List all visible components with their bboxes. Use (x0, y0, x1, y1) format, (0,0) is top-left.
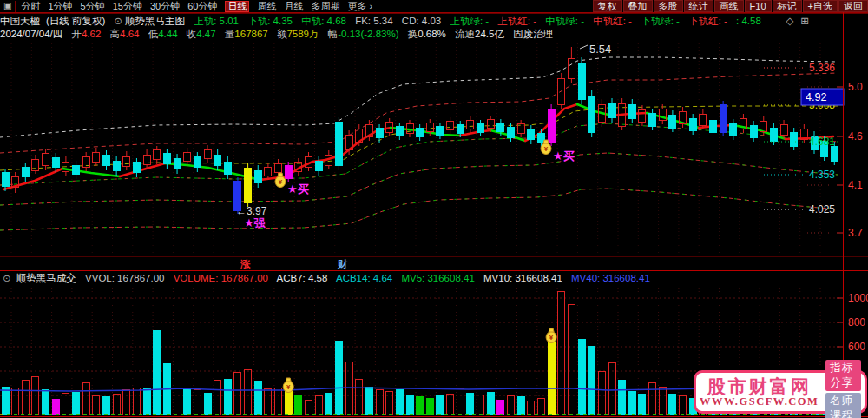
toolbar-underline (0, 12, 868, 13)
trend-segment-down (62, 169, 120, 176)
volume-bar (254, 381, 261, 415)
volume-bar (589, 346, 595, 415)
watermark-badge-indicator-share: 指标分享 (825, 360, 861, 391)
tab-fenshi[interactable]: 分时 (21, 0, 40, 12)
indicator-field: 下轨绿: - (641, 16, 680, 26)
candlestick (457, 124, 464, 133)
volume-bar (528, 401, 535, 415)
volume-bar (326, 393, 332, 415)
fuquan-button[interactable]: 复权 (593, 0, 622, 12)
mark-button[interactable]: 标记 (773, 0, 802, 12)
volume-bar (386, 391, 393, 415)
price-axis-line (843, 12, 844, 417)
candlestick (224, 162, 231, 174)
candlestick (285, 165, 292, 178)
volume-bar (73, 392, 80, 415)
overlay-button[interactable]: 叠加 (623, 0, 653, 12)
candlestick (103, 155, 110, 165)
candlestick (93, 152, 100, 162)
candlestick (123, 156, 130, 166)
volume-bar (123, 389, 130, 415)
volume-bar (487, 392, 494, 415)
candlestick (43, 153, 49, 165)
low-label: 低 (148, 29, 159, 39)
sector-tag[interactable]: 固废治理 (513, 29, 553, 39)
stats-button[interactable]: 统计 (684, 0, 713, 12)
main-indicator-name[interactable]: 顺势黑马主图 (125, 16, 185, 26)
band-line-outer-lower (0, 189, 838, 230)
volume-indicator-name[interactable]: 顺势黑马成交 (16, 273, 76, 283)
tab-daily-active[interactable]: 日线 (225, 1, 249, 12)
tab-more[interactable]: 更多 › (347, 0, 372, 12)
candlestick (376, 128, 383, 137)
volume-bar (558, 291, 565, 415)
strong-signal-label: ★强 (244, 216, 266, 229)
draw-line-button[interactable]: 画线 (714, 0, 744, 12)
indicator-field: 上轨红: - (497, 16, 536, 26)
candlestick (194, 156, 201, 167)
multi-stock-button[interactable]: 多股 (654, 0, 683, 12)
tab-multi-period[interactable]: 多周期 (311, 0, 339, 12)
volume-bar (154, 330, 161, 415)
high-value: 4.64 (120, 29, 139, 39)
high-label: 高 (110, 29, 121, 39)
outer-axis-label: 5.0 (848, 81, 863, 93)
volume-bar (669, 394, 676, 415)
volume-bar (417, 396, 424, 415)
last-price-value: 4.92 (806, 91, 826, 103)
candlestick (437, 126, 444, 135)
window-layout-icon[interactable]: ▣ (3, 0, 11, 12)
tab-60min[interactable]: 60分钟 (187, 0, 217, 12)
indicator-field: MV10: 316608.41 (483, 273, 562, 283)
volume-bar (52, 399, 59, 415)
volume-axis-label: 600 (848, 341, 865, 353)
candlestick (689, 118, 696, 130)
outer-axis-label: 4.6 (848, 130, 863, 143)
volume-bar (437, 395, 444, 415)
indicator-dropdown-icon[interactable]: ⊙ (3, 273, 11, 283)
money-bag-symbol: ¥ (279, 178, 283, 186)
band-line-upper-band (0, 106, 838, 170)
candlestick (22, 167, 29, 176)
volume-bar (22, 380, 29, 415)
volume-bar (396, 389, 403, 415)
tab-monthly[interactable]: 月线 (284, 0, 303, 12)
grid-window-icon[interactable]: ⊞ (800, 16, 816, 26)
volume-bar (680, 395, 687, 415)
tab-weekly[interactable]: 周线 (257, 0, 276, 12)
volume-bar (113, 394, 120, 415)
candlestick (589, 96, 595, 132)
volume-bar (548, 342, 555, 415)
chart-mode-label: (日线 前复权) (46, 16, 105, 26)
candlestick (154, 149, 161, 159)
tab-30min[interactable]: 30分钟 (150, 0, 180, 12)
tab-5min[interactable]: 5分钟 (81, 0, 105, 12)
candlestick (133, 162, 140, 172)
candlestick (174, 158, 181, 169)
buy-signal-label: ★买 (287, 182, 309, 196)
indicator-field: FK: 5.34 (355, 16, 392, 26)
indicator-field: 中轨绿: - (545, 16, 584, 26)
indicator-dropdown-icon[interactable]: ⊙ (114, 16, 122, 26)
indicator-field: 中轨红: - (593, 16, 632, 26)
indicator-field: 上轨绿: - (450, 16, 489, 26)
money-bag-top (549, 328, 554, 332)
money-bag-top (286, 378, 291, 382)
money-bag-top (543, 140, 549, 143)
indicator-field: MV40: 316608.41 (571, 273, 650, 283)
back-button[interactable]: 返回 (838, 0, 868, 12)
tab-1min[interactable]: 1分钟 (48, 0, 72, 12)
peak-pointer (580, 45, 588, 49)
money-bag-top (278, 173, 283, 176)
diamond-icon[interactable]: ◇ (786, 16, 801, 26)
candlestick (163, 153, 170, 163)
candlestick (275, 163, 282, 172)
volume-bar (62, 393, 69, 415)
close-value: 4.47 (196, 29, 215, 39)
candlestick (265, 167, 272, 176)
add-watchlist-button[interactable]: +自选 (803, 0, 838, 12)
tab-15min[interactable]: 15分钟 (113, 0, 142, 12)
watermark-site-name: 股市财富网 (700, 377, 819, 396)
f10-button[interactable]: F10 (745, 0, 772, 12)
toolbar-divider (15, 1, 16, 12)
